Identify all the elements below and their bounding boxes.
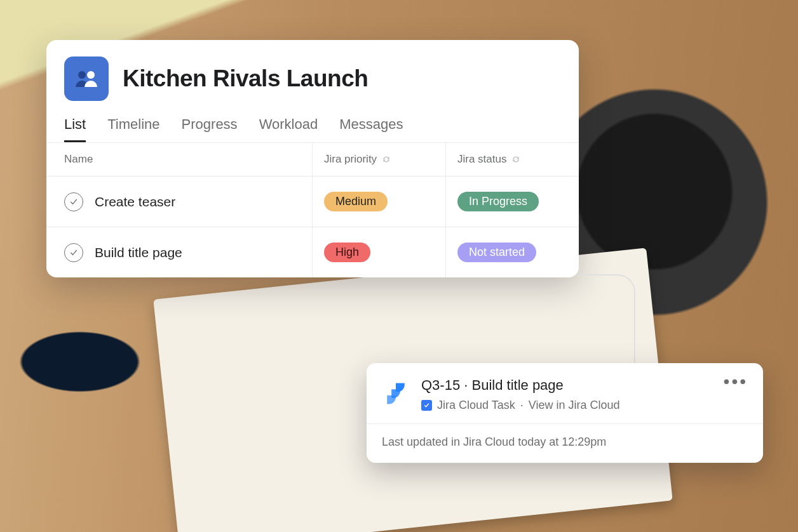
tab-timeline[interactable]: Timeline (107, 116, 159, 142)
sync-icon (382, 155, 391, 164)
detail-issue-id: Q3-15 (421, 377, 460, 393)
column-header-status-label: Jira status (457, 153, 506, 166)
task-priority-cell[interactable]: High (312, 227, 445, 277)
project-icon (64, 57, 109, 101)
tab-list[interactable]: List (64, 116, 86, 142)
jira-detail-card: Q3-15 · Build title page Jira Cloud Task… (367, 363, 763, 463)
detail-type-label: Jira Cloud Task (437, 399, 515, 412)
separator: · (520, 399, 524, 412)
tab-messages[interactable]: Messages (339, 116, 403, 142)
task-row[interactable]: Build title page (46, 227, 312, 277)
project-header: Kitchen Rivals Launch (46, 40, 579, 101)
task-type-checkbox-icon (421, 400, 432, 411)
status-pill: In Progress (457, 192, 539, 211)
task-status-cell[interactable]: Not started (445, 227, 579, 277)
column-header-name-label: Name (64, 153, 93, 166)
column-header-priority-label: Jira priority (324, 153, 377, 166)
column-header-name[interactable]: Name (46, 142, 312, 176)
priority-pill: High (324, 243, 370, 262)
detail-footer: Last updated in Jira Cloud today at 12:2… (367, 423, 763, 463)
people-icon (74, 69, 99, 88)
project-title: Kitchen Rivals Launch (123, 65, 368, 92)
detail-issue-name: Build title page (472, 377, 564, 393)
connector-line (578, 274, 635, 369)
complete-checkbox[interactable] (64, 243, 83, 262)
more-actions-button[interactable]: ••• (724, 377, 748, 412)
checkmark-icon (69, 248, 79, 258)
jira-logo-icon (382, 377, 410, 412)
complete-checkbox[interactable] (64, 192, 83, 211)
task-table: Name Jira priority Jira status Create te… (46, 142, 579, 277)
status-pill: Not started (457, 243, 536, 262)
tab-progress[interactable]: Progress (182, 116, 238, 142)
task-name: Create teaser (95, 194, 175, 209)
project-card: Kitchen Rivals Launch List Timeline Prog… (46, 40, 579, 277)
svg-point-1 (87, 71, 95, 79)
tab-workload[interactable]: Workload (259, 116, 318, 142)
checkmark-icon (69, 197, 79, 207)
project-tabs: List Timeline Progress Workload Messages (46, 101, 579, 142)
column-header-status[interactable]: Jira status (445, 142, 579, 176)
column-header-priority[interactable]: Jira priority (312, 142, 445, 176)
sync-icon (511, 155, 520, 164)
task-row[interactable]: Create teaser (46, 176, 312, 227)
detail-title: Q3-15 · Build title page (421, 377, 712, 394)
priority-pill: Medium (324, 192, 388, 211)
view-in-jira-link[interactable]: View in Jira Cloud (529, 399, 620, 412)
task-priority-cell[interactable]: Medium (312, 176, 445, 227)
task-status-cell[interactable]: In Progress (445, 176, 579, 227)
task-name: Build title page (95, 245, 182, 260)
separator: · (460, 377, 471, 393)
svg-point-0 (78, 71, 86, 79)
